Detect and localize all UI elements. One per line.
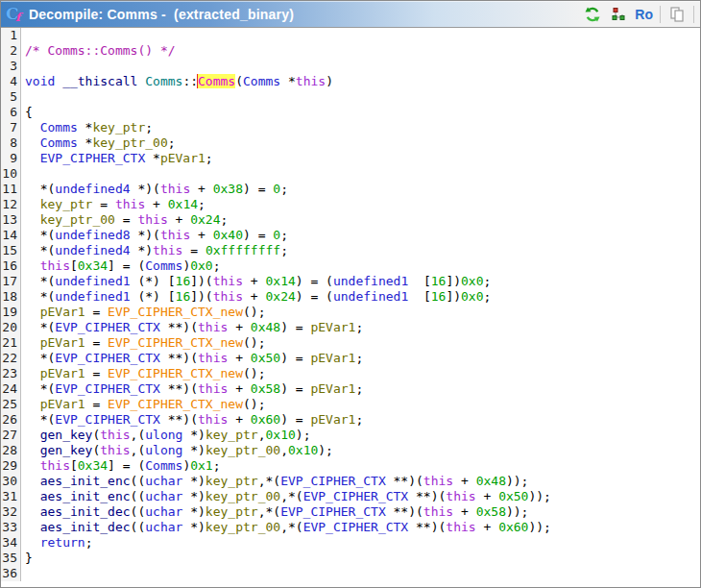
code-token[interactable]: this: [446, 520, 475, 534]
code-token[interactable]: Comms: [145, 458, 182, 473]
code-token[interactable]: +: [168, 212, 190, 227]
code-token[interactable]: 0: [273, 182, 280, 196]
code-token[interactable]: ])(: [190, 289, 212, 304]
code-token[interactable]: undefined4: [55, 182, 130, 196]
code-token[interactable]: ) = (: [296, 274, 333, 288]
code-token[interactable]: key_ptr: [205, 504, 258, 519]
code-line[interactable]: 13 key_ptr_00 = this + 0x24;: [1, 212, 700, 228]
code-token[interactable]: ();: [243, 335, 265, 350]
code-token[interactable]: 0x34: [78, 258, 108, 273]
code-token[interactable]: key_ptr: [205, 474, 258, 488]
code-token[interactable]: this: [40, 458, 70, 473]
code-token[interactable]: this: [198, 412, 228, 427]
code-token[interactable]: [: [70, 258, 78, 273]
code-token[interactable]: return: [40, 535, 85, 550]
code-token[interactable]: EVP_CIPHER_CTX_new: [108, 305, 243, 319]
code-token[interactable]: **)(: [160, 381, 198, 396]
code-token[interactable]: [25, 212, 40, 227]
code-token[interactable]: +: [145, 197, 167, 211]
code-token[interactable]: *: [145, 151, 160, 165]
code-line[interactable]: 28 gen_key(this,(ulong *)key_ptr_00,0x10…: [1, 443, 700, 458]
code-token[interactable]: gen_key: [40, 443, 93, 457]
code-token[interactable]: 0x34: [78, 458, 108, 473]
code-token[interactable]: **)(: [160, 320, 198, 334]
code-token[interactable]: *(: [25, 289, 55, 304]
code-token[interactable]: ]): [446, 289, 461, 304]
code-token[interactable]: EVP_CIPHER_CTX_new: [108, 366, 243, 380]
code-token[interactable]: ((: [131, 504, 146, 519]
code-token[interactable]: ,*(: [258, 474, 280, 488]
code-token[interactable]: [25, 305, 40, 319]
code-token[interactable]: 0x58: [251, 381, 280, 396]
code-token[interactable]: 0x24: [266, 289, 296, 304]
code-token[interactable]: this: [198, 351, 228, 365]
code-token[interactable]: [: [70, 458, 78, 473]
code-token[interactable]: 0x50: [251, 351, 280, 365]
code-token[interactable]: **)(: [408, 489, 446, 503]
code-token[interactable]: [25, 335, 40, 350]
code-token[interactable]: 0x0: [190, 258, 212, 273]
code-token[interactable]: **)(: [160, 351, 198, 365]
code-token[interactable]: ));: [506, 504, 528, 519]
code-token[interactable]: 0x50: [498, 489, 528, 503]
code-token[interactable]: *: [78, 120, 93, 135]
code-token[interactable]: {: [25, 105, 33, 119]
code-token[interactable]: ] = (: [108, 458, 145, 473]
code-token[interactable]: [55, 74, 62, 88]
code-token[interactable]: EVP_CIPHER_CTX: [303, 520, 409, 534]
code-token[interactable]: ,*(: [280, 520, 302, 534]
code-line[interactable]: 22 *(EVP_CIPHER_CTX **)(this + 0x50) = p…: [1, 351, 700, 366]
code-token[interactable]: EVP_CIPHER_CTX: [55, 351, 160, 365]
code-token[interactable]: [25, 135, 40, 150]
code-token[interactable]: this: [198, 381, 228, 396]
code-token[interactable]: +: [228, 351, 250, 365]
code-token[interactable]: uchar: [145, 504, 182, 519]
code-line[interactable]: 25 pEVar1 = EVP_CIPHER_CTX_new();: [1, 397, 700, 412]
code-token[interactable]: +: [243, 289, 265, 304]
code-token[interactable]: 0x0: [461, 289, 483, 304]
code-token[interactable]: ulong: [145, 428, 182, 442]
code-token[interactable]: EVP_CIPHER_CTX: [280, 504, 386, 519]
code-token[interactable]: [25, 458, 40, 473]
code-token[interactable]: 0x38: [213, 182, 243, 196]
code-token[interactable]: ])(: [190, 274, 212, 288]
code-token[interactable]: 0x48: [476, 474, 506, 488]
code-token[interactable]: undefined4: [55, 243, 130, 257]
code-token[interactable]: /* Comms::Comms() */: [25, 43, 176, 58]
code-token[interactable]: =: [85, 305, 108, 319]
code-line[interactable]: 6{: [1, 105, 700, 120]
code-token[interactable]: 0x10: [266, 428, 296, 442]
code-token[interactable]: pEVar1: [40, 335, 85, 350]
code-token[interactable]: pEVar1: [310, 351, 355, 365]
code-token[interactable]: ): [326, 74, 333, 88]
code-token[interactable]: [25, 520, 40, 534]
code-token[interactable]: Comms: [145, 258, 182, 273]
code-token[interactable]: ulong: [145, 443, 182, 457]
code-token[interactable]: [: [408, 274, 430, 288]
code-token[interactable]: ;: [355, 412, 363, 427]
code-token[interactable]: 0x1: [190, 458, 212, 473]
code-token[interactable]: this: [160, 228, 190, 242]
code-token[interactable]: [25, 366, 40, 380]
code-token[interactable]: *(: [25, 351, 55, 365]
code-token[interactable]: 0x58: [476, 504, 506, 519]
code-token[interactable]: +: [228, 381, 250, 396]
code-token[interactable]: ();: [243, 305, 265, 319]
code-token[interactable]: +: [228, 412, 250, 427]
code-token[interactable]: ::: [182, 74, 198, 88]
code-token[interactable]: ;: [355, 381, 363, 396]
code-token[interactable]: EVP_CIPHER_CTX: [55, 381, 160, 396]
code-line[interactable]: 19 pEVar1 = EVP_CIPHER_CTX_new();: [1, 305, 700, 320]
code-token[interactable]: Comms: [145, 74, 182, 88]
code-token[interactable]: pEVar1: [160, 151, 205, 165]
code-token[interactable]: this: [198, 320, 228, 334]
code-line[interactable]: 27 gen_key(this,(ulong *)key_ptr,0x10);: [1, 428, 700, 443]
code-line[interactable]: 17 *(undefined1 (*) [16])(this + 0x14) =…: [1, 274, 700, 289]
code-token[interactable]: this: [296, 74, 326, 88]
code-token[interactable]: ));: [528, 520, 550, 534]
code-line[interactable]: 29 this[0x34] = (Comms)0x1;: [1, 458, 700, 474]
code-line[interactable]: 14 *(undefined8 *)(this + 0x40) = 0;: [1, 228, 700, 243]
code-token[interactable]: =: [85, 366, 108, 380]
code-token[interactable]: key_ptr: [92, 120, 145, 135]
code-token[interactable]: this: [160, 182, 190, 196]
